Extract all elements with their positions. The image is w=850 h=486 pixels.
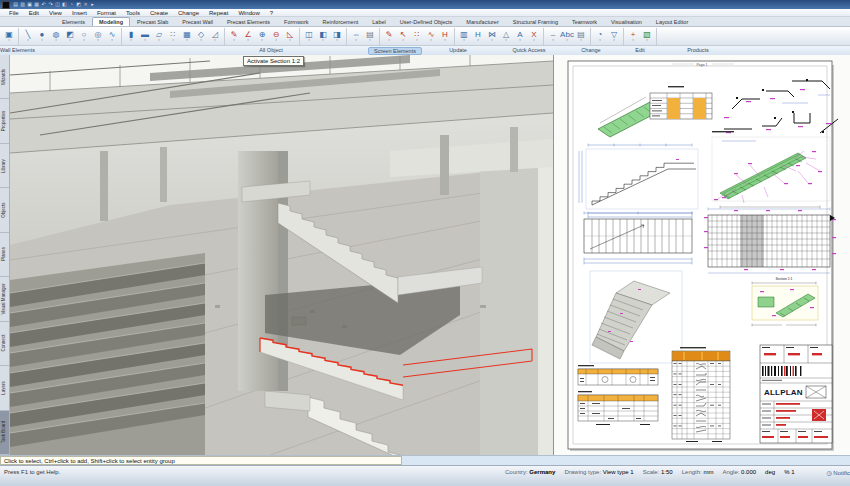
menu-item[interactable]: Tools — [121, 10, 145, 16]
status-field: % 1 — [784, 469, 794, 475]
toolbar-group-caption: Wall Elements — [0, 47, 35, 53]
menu-item[interactable]: Edit — [24, 10, 44, 16]
palette-tab-task-board[interactable]: Task Board — [0, 411, 9, 455]
menu-item[interactable]: View — [44, 10, 67, 16]
icon-sphere-tool[interactable]: ● — [35, 28, 49, 45]
tab-user-defined-objects[interactable]: User-Defined Objects — [393, 17, 460, 26]
icon-slab-tool[interactable]: ▱ — [152, 28, 166, 45]
icon-all-object-tool[interactable]: ▣ — [2, 28, 16, 45]
icon-help[interactable]: ▸ — [89, 2, 96, 7]
icon-ramp-tool[interactable]: ◿ — [208, 28, 222, 45]
icon-undo[interactable]: ↶ — [40, 2, 47, 7]
menu-item[interactable]: File — [4, 10, 24, 16]
title-block: ALLPLAN — [760, 345, 832, 443]
icon-paste[interactable]: ◧ — [61, 2, 68, 7]
palette-tab-visual-manager[interactable]: Visual Manager — [0, 277, 9, 321]
menu-item[interactable]: ? — [265, 10, 278, 16]
palette-tab-properties[interactable]: Properties — [0, 99, 9, 143]
menu-item[interactable]: Window — [233, 10, 264, 16]
palette-tab-connect[interactable]: Connect — [0, 322, 9, 366]
icon-mirror-tool[interactable]: ⋈ — [485, 28, 499, 45]
icon-beam-tool[interactable]: ▬ — [138, 28, 152, 45]
palette-tab-layers[interactable]: Layers — [0, 366, 9, 410]
tab-elements[interactable]: Elements — [55, 17, 92, 26]
icon-label-tool[interactable]: Abc — [560, 28, 574, 45]
icon-duplicate-tool[interactable]: ◨ — [330, 28, 344, 45]
icon-circle-tool[interactable]: ○ — [77, 28, 91, 45]
icon-text-tool[interactable]: A — [513, 28, 527, 45]
icon-dimension-tool[interactable]: – — [546, 28, 560, 45]
icon-modify-pen[interactable]: ✎ — [227, 28, 241, 45]
icon-boolean-subtract[interactable]: ⊖ — [269, 28, 283, 45]
menu-item[interactable]: Change — [173, 10, 204, 16]
icon-axis-tool[interactable]: + — [626, 28, 640, 45]
menu-item[interactable]: Format — [92, 10, 121, 16]
icon-plane-tool[interactable]: ◇ — [194, 28, 208, 45]
menu-item[interactable]: Repeat — [204, 10, 233, 16]
palette-tab-objects[interactable]: Objects — [0, 188, 9, 232]
app-icon[interactable] — [2, 1, 10, 9]
tab-precast-elements[interactable]: Precast Elements — [220, 17, 277, 26]
icon-column-tool[interactable]: ▮ — [124, 28, 138, 45]
icon-stirrup-tool[interactable]: H — [438, 28, 452, 45]
tab-layout-editor[interactable]: Layout Editor — [649, 17, 695, 26]
tab-manufacturer[interactable]: Manufacturer — [459, 17, 505, 26]
icon-filter-tool[interactable]: ▽ — [607, 28, 621, 45]
icon-teamwork-tool[interactable]: ◔ — [593, 28, 607, 45]
icon-open-file[interactable]: ▥ — [19, 2, 26, 7]
icon-delete[interactable]: ✕ — [82, 2, 89, 7]
icon-paste-tool[interactable]: ◧ — [316, 28, 330, 45]
icon-copy-sheet[interactable]: ▥ — [457, 28, 471, 45]
tab-precast-slab[interactable]: Precast Slab — [130, 17, 175, 26]
icon-print[interactable]: ▦ — [33, 2, 40, 7]
icon-spline-tool[interactable]: ∿ — [105, 28, 119, 45]
icon-chamfer-tool[interactable]: ◺ — [283, 28, 297, 45]
menu-item[interactable]: Insert — [67, 10, 92, 16]
icon-visualization-scene[interactable]: ▧ — [640, 28, 654, 45]
icon-redo[interactable]: ↷ — [47, 2, 54, 7]
icon-save-file[interactable]: ▣ — [26, 2, 33, 7]
icon-edit-pencil[interactable]: ✎ — [382, 28, 396, 45]
tab-structural-framing[interactable]: Structural Framing — [506, 17, 565, 26]
icon-boolean-union[interactable]: ⊕ — [255, 28, 269, 45]
tab-reinforcement[interactable]: Reinforcement — [316, 17, 366, 26]
toolbar-group-caption: Products — [666, 47, 730, 53]
palette-tab-library[interactable]: Library — [0, 144, 9, 188]
icon-repeat-last[interactable]: ◔ — [68, 2, 75, 7]
icon-box-tool[interactable]: ◩ — [63, 28, 77, 45]
icon-torus-tool[interactable]: ◎ — [91, 28, 105, 45]
icon-shade-tool[interactable]: △ — [499, 28, 513, 45]
icon-copy-tool[interactable]: ◫ — [302, 28, 316, 45]
tab-precast-wall[interactable]: Precast Wall — [175, 17, 220, 26]
tab-label[interactable]: Label — [365, 17, 392, 26]
icon-edit-curve[interactable]: ∿ — [424, 28, 438, 45]
dialog-prompt: Click to select, Ctrl+click to add, Shif… — [0, 456, 402, 465]
icon-document-tool[interactable]: ▤ — [574, 28, 588, 45]
icon-input-options[interactable]: ◩ — [75, 2, 82, 7]
icon-point-grid-tool[interactable]: ∷ — [166, 28, 180, 45]
palette-tab-wizards[interactable]: Wizards — [0, 55, 9, 99]
tab-visualisation[interactable]: Visualisation — [604, 17, 649, 26]
tab-modeling[interactable]: Modeling — [92, 17, 130, 26]
toolbar-group: +▧ — [624, 28, 657, 45]
toolbar-group-caption: Quick Access — [498, 47, 560, 53]
icon-copy[interactable]: ◫ — [54, 2, 61, 7]
icon-pick-tool[interactable]: ↖ — [396, 28, 410, 45]
icon-new-file[interactable]: ▤ — [12, 2, 19, 7]
icon-angle-tool[interactable]: ∠ — [241, 28, 255, 45]
icon-line-tool[interactable]: ╲ — [21, 28, 35, 45]
palette-tab-planes[interactable]: Planes — [0, 233, 9, 277]
icon-link-tool[interactable]: ⇔ — [349, 28, 363, 45]
tab-formwork[interactable]: Formwork — [277, 17, 315, 26]
icon-delete-tool[interactable]: X — [527, 28, 541, 45]
icon-mesh-tool[interactable]: ▦ — [180, 28, 194, 45]
notification-indicator[interactable]: ◷ Notific — [826, 469, 850, 476]
icon-section-tool[interactable]: ▤ — [363, 28, 377, 45]
icon-edit-nodes[interactable]: ∷ — [410, 28, 424, 45]
icon-cylinder-tool[interactable]: ◍ — [49, 28, 63, 45]
menu-item[interactable]: Create — [145, 10, 173, 16]
viewport-3d[interactable]: Activate Section 1:2 — [10, 55, 554, 455]
tab-teamwork[interactable]: Teamwork — [565, 17, 604, 26]
icon-align-tool[interactable]: H — [471, 28, 485, 45]
layout-sheet-panel[interactable]: Page 1 — [554, 55, 850, 455]
